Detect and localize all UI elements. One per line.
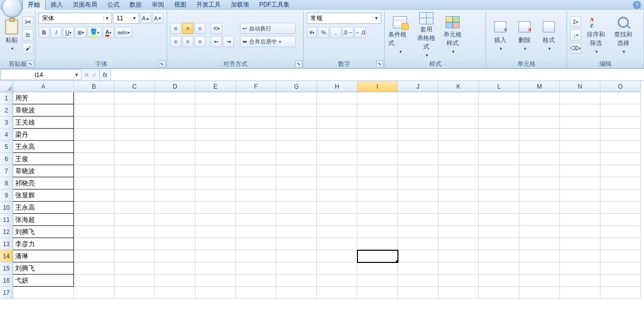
border-button[interactable]: ⊞▾ — [75, 27, 87, 38]
scissors-icon: ✂ — [25, 17, 31, 27]
italic-button[interactable]: I — [51, 27, 62, 38]
number-launcher[interactable]: ⬊ — [376, 60, 383, 67]
align-right-button[interactable]: ≡ — [194, 36, 206, 47]
format-painter-button[interactable]: 🖌 — [22, 43, 33, 54]
tab-视图[interactable]: 视图 — [169, 0, 191, 10]
brush-icon: 🖌 — [25, 45, 31, 51]
copy-icon: ⧉ — [26, 32, 30, 38]
font-color-button[interactable]: A▾ — [103, 27, 114, 38]
alignment-launcher[interactable]: ⬊ — [295, 60, 302, 67]
delete-icon — [518, 21, 531, 32]
tab-数据[interactable]: 数据 — [125, 0, 147, 10]
paste-button[interactable]: 粘贴 — [3, 15, 20, 55]
fx-label[interactable]: fx — [100, 69, 110, 81]
indent-decrease-button[interactable]: ⇤ — [211, 36, 222, 47]
inc-decimal-icon: .0→ — [343, 29, 353, 35]
bucket-icon: 🪣 — [90, 28, 97, 36]
align-middle-button[interactable]: ≡ — [182, 23, 193, 34]
find-icon — [618, 17, 629, 28]
table-icon — [419, 12, 433, 24]
font-name-dropdown[interactable]: 宋体▼ — [38, 13, 112, 24]
delete-cells-button[interactable]: 删除 — [513, 15, 536, 55]
cancel-formula-icon[interactable]: ✕ — [84, 71, 89, 79]
tab-公式[interactable]: 公式 — [102, 0, 125, 10]
find-select-button[interactable]: 查找和 选择 — [611, 15, 636, 55]
accept-formula-icon[interactable]: ✓ — [92, 71, 97, 79]
format-as-table-button[interactable]: 套用 表格格式 — [414, 15, 438, 55]
conditional-format-button[interactable]: 条件格式 — [388, 15, 412, 55]
font-color-icon: A — [105, 29, 109, 36]
align-center-button[interactable]: ≡ — [182, 36, 193, 47]
tab-PDF工具集[interactable]: PDF工具集 — [254, 0, 295, 10]
align-top-button[interactable]: ≡ — [170, 23, 181, 34]
insert-icon — [494, 21, 506, 32]
group-label-cells: 单元格 — [517, 60, 536, 67]
tab-加载项[interactable]: 加载项 — [226, 0, 254, 10]
clipboard-icon — [5, 19, 18, 34]
currency-button[interactable]: ¥▾ — [307, 27, 317, 38]
bold-button[interactable]: B — [38, 27, 50, 38]
group-label-clipboard: 剪贴板 — [9, 60, 27, 67]
percent-button[interactable]: % — [318, 27, 329, 38]
align-bottom-button[interactable]: ≡ — [194, 23, 206, 34]
tab-页面布局[interactable]: 页面布局 — [68, 0, 102, 10]
eraser-icon: ⌫ — [571, 45, 579, 52]
number-format-dropdown[interactable]: 常规▼ — [307, 13, 381, 24]
decrease-decimal-button[interactable]: ←.0 — [354, 27, 366, 38]
formula-input[interactable] — [110, 69, 644, 81]
cell-styles-button[interactable]: 单元格 样式 — [440, 15, 465, 55]
underline-button[interactable]: U▾ — [63, 27, 74, 38]
tab-插入[interactable]: 插入 — [46, 0, 68, 10]
formula-bar: I14▼ ✕ ✓ fx — [0, 69, 644, 81]
orientation-button[interactable]: ⟲▾ — [211, 23, 222, 34]
fill-color-button[interactable]: 🪣▾ — [88, 27, 102, 38]
paste-label: 粘贴 — [6, 36, 18, 45]
help-icon[interactable]: ? — [633, 1, 641, 9]
group-label-styles: 样式 — [429, 60, 441, 67]
group-label-number: 数字 — [338, 60, 350, 67]
increase-decimal-button[interactable]: .0→ — [342, 27, 353, 38]
border-icon: ⊞ — [77, 29, 82, 36]
sort-icon — [590, 16, 602, 28]
comma-button[interactable]: , — [330, 27, 341, 38]
shrink-font-button[interactable]: A▼ — [152, 13, 164, 24]
formula-buttons: ✕ ✓ — [82, 69, 100, 81]
copy-button[interactable]: ⧉ — [22, 29, 33, 41]
ribbon-tabstrip: 开始插入页面布局公式数据审阅视图开发工具加载项PDF工具集 — [0, 0, 644, 10]
orientation-icon: ⟲ — [213, 25, 218, 32]
grow-font-button[interactable]: A▲ — [140, 13, 151, 24]
clear-button[interactable]: ⌫▾ — [570, 43, 581, 54]
font-size-dropdown[interactable]: 11▼ — [113, 13, 139, 24]
align-left-button[interactable]: ≡ — [170, 36, 181, 47]
cut-button[interactable]: ✂ — [22, 16, 33, 27]
ribbon: 粘贴 ✂ ⧉ 🖌 剪贴板⬊ 宋体▼ 11▼ A▲ A▼ B I U▾ ⊞ — [0, 10, 644, 69]
autosum-button[interactable]: Σ▾ — [570, 16, 581, 27]
tab-开始[interactable]: 开始 — [22, 0, 46, 10]
wrap-icon: ↩ — [243, 25, 247, 32]
tab-审阅[interactable]: 审阅 — [147, 0, 169, 10]
sigma-icon: Σ — [573, 19, 577, 25]
group-label-editing: 编辑 — [599, 60, 612, 67]
conditional-format-icon — [393, 16, 407, 28]
insert-cells-button[interactable]: 插入 — [489, 15, 511, 55]
indent-increase-button[interactable]: ⇥ — [223, 36, 234, 47]
fill-button[interactable]: ↓▾ — [570, 29, 581, 41]
cell-styles-icon — [446, 16, 460, 28]
dec-decimal-icon: ←.0 — [355, 29, 365, 35]
clipboard-launcher[interactable]: ⬊ — [27, 60, 34, 67]
merge-icon: ⬌ — [243, 38, 247, 45]
merge-center-button[interactable]: ⬌合并后居中▾ — [240, 36, 296, 47]
tab-开发工具[interactable]: 开发工具 — [191, 0, 226, 10]
phonetic-icon: wén — [117, 29, 128, 35]
format-cells-button[interactable]: 格式 — [538, 15, 560, 55]
phonetic-button[interactable]: wén▾ — [115, 27, 132, 38]
group-label-font: 字体 — [95, 60, 107, 67]
group-label-alignment: 对齐方式 — [223, 60, 248, 67]
font-launcher[interactable]: ⬊ — [158, 60, 166, 67]
format-icon — [543, 21, 555, 32]
sort-filter-button[interactable]: 排序和 筛选 — [583, 15, 609, 55]
name-box[interactable]: I14▼ — [1, 69, 82, 80]
wrap-text-button[interactable]: ↩自动换行 — [240, 23, 296, 34]
